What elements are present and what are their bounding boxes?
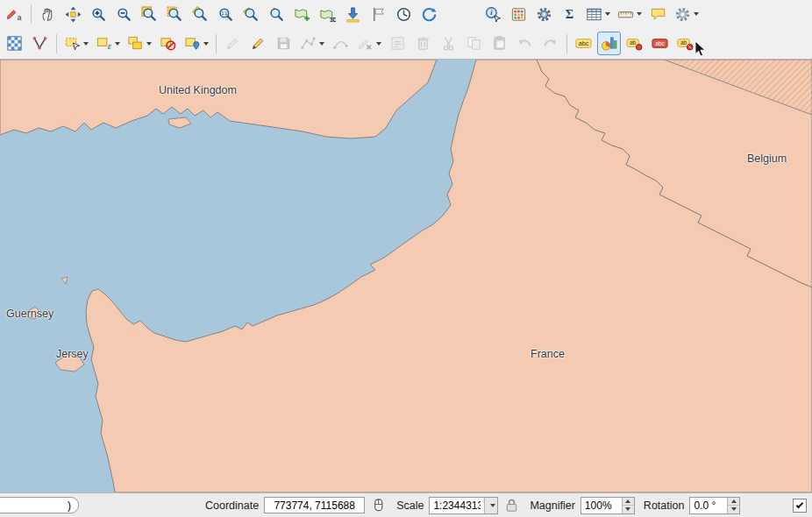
pencil-a-icon: a xyxy=(6,6,23,23)
current-edits-button xyxy=(221,32,245,55)
map-navigation-toolbar: a1:13DiΣ xyxy=(0,0,812,28)
coordinate-input[interactable] xyxy=(264,497,365,513)
zoom-next-button[interactable] xyxy=(265,3,288,26)
web-menu-button[interactable] xyxy=(672,3,702,26)
identify-features-button[interactable]: i xyxy=(481,3,505,26)
table-icon xyxy=(586,6,602,23)
dropdown-caret-icon[interactable] xyxy=(376,42,381,46)
measure-button[interactable] xyxy=(615,3,645,26)
magnifier-input[interactable] xyxy=(581,498,622,513)
statistical-summary-button[interactable] xyxy=(507,3,531,26)
zoom-to-selection-button[interactable] xyxy=(163,3,187,26)
new-map-view-button[interactable] xyxy=(290,3,314,26)
abc-icon: abc xyxy=(575,35,592,52)
modify-icon xyxy=(389,35,406,52)
bubble-icon xyxy=(650,6,666,23)
epsilon-icon: ε xyxy=(96,35,112,52)
identify-icon: i xyxy=(485,6,502,23)
floppy-icon xyxy=(275,35,292,52)
coordinate-label: Coordinate xyxy=(205,499,259,512)
redo-button xyxy=(538,32,562,55)
render-checkbox[interactable] xyxy=(793,499,807,513)
paste-features-button xyxy=(488,32,511,55)
zoom-in-button[interactable] xyxy=(87,3,110,26)
map-canvas[interactable]: United Kingdom Belgium Guernsey Jersey F… xyxy=(0,60,812,492)
labeling-options-button[interactable]: abc xyxy=(572,32,595,55)
select-features-button[interactable] xyxy=(61,32,91,55)
svg-text:a: a xyxy=(18,13,22,22)
highlight-pinned-labels-button[interactable]: abc xyxy=(648,32,672,55)
zoom-out-button[interactable] xyxy=(112,3,136,26)
zoom-full-button[interactable] xyxy=(138,3,161,26)
vertex-checker-button[interactable] xyxy=(3,32,26,55)
zoom-native-button[interactable]: 1:1 xyxy=(214,3,238,26)
select-by-location-button[interactable] xyxy=(182,32,211,55)
rotation-down-button[interactable] xyxy=(728,506,739,513)
rotation-up-button[interactable] xyxy=(728,498,739,506)
pan-map-button[interactable] xyxy=(36,3,60,26)
processing-toolbox-button[interactable] xyxy=(532,3,556,26)
select-by-expression-button[interactable]: ε xyxy=(93,32,123,55)
pan-to-selection-button[interactable] xyxy=(61,3,85,26)
svg-text:abc: abc xyxy=(579,40,589,47)
dropdown-caret-icon[interactable] xyxy=(203,42,209,46)
gear-gray-icon xyxy=(674,6,691,23)
dropdown-caret-icon[interactable] xyxy=(637,12,642,16)
curve-icon xyxy=(332,35,349,52)
mouse-position-icon[interactable] xyxy=(370,497,388,514)
rotation-input[interactable] xyxy=(690,498,727,513)
pin-labels-button[interactable]: ab xyxy=(623,32,646,55)
toolbar-separator xyxy=(216,34,217,53)
map-tips-button[interactable] xyxy=(646,3,670,26)
magnifier-spinbox[interactable] xyxy=(581,497,635,514)
dropdown-caret-icon[interactable] xyxy=(319,42,324,46)
show-statistics-button[interactable]: Σ xyxy=(558,3,581,26)
zoom-to-layer-button[interactable] xyxy=(189,3,212,26)
modify-attributes-button xyxy=(386,32,410,55)
vertex-tool-button[interactable] xyxy=(28,32,52,55)
magnifier-up-button[interactable] xyxy=(623,498,634,506)
locator-input[interactable] xyxy=(0,497,79,513)
vee-icon xyxy=(32,35,48,52)
toggle-editing-button[interactable] xyxy=(246,32,270,55)
pencil-gray-icon xyxy=(224,35,241,52)
rotation-spinbox[interactable] xyxy=(689,497,740,514)
svg-text:ab: ab xyxy=(630,39,637,46)
toolbar-separator xyxy=(31,4,32,24)
data-source-manager-button[interactable] xyxy=(341,3,365,26)
zoom-out-icon xyxy=(116,6,132,23)
digitize-curve-button xyxy=(329,32,353,55)
zoom-last-button[interactable] xyxy=(239,3,263,26)
scale-combo[interactable] xyxy=(429,497,498,514)
style-pencil-button[interactable]: a xyxy=(3,3,26,26)
redo-icon xyxy=(542,35,559,52)
ruler-icon xyxy=(617,6,634,23)
magnifier-down-button[interactable] xyxy=(623,506,634,513)
scale-input[interactable] xyxy=(430,498,484,513)
diagram-options-button[interactable] xyxy=(597,32,621,55)
dropdown-caret-icon[interactable] xyxy=(83,42,89,46)
dropdown-caret-icon[interactable] xyxy=(146,42,152,46)
scale-dropdown-button[interactable] xyxy=(484,498,497,513)
digitize-icon xyxy=(300,35,317,52)
fixgeom-icon xyxy=(357,35,374,52)
select-all-button[interactable] xyxy=(125,32,154,55)
map-new-icon xyxy=(294,6,310,23)
save-edits-button xyxy=(272,32,296,55)
temporal-controller-button[interactable] xyxy=(392,3,416,26)
ab-pin2-icon: ab xyxy=(677,35,694,52)
svg-text:3D: 3D xyxy=(330,17,336,23)
lock-icon[interactable] xyxy=(503,497,521,514)
deselect-features-button[interactable] xyxy=(156,32,180,55)
zoom-selection-icon xyxy=(167,6,183,23)
dropdown-caret-icon[interactable] xyxy=(115,42,120,46)
new-3d-map-view-button[interactable]: 3D xyxy=(316,3,339,26)
dropdown-caret-icon[interactable] xyxy=(694,12,699,16)
zoom-next-icon xyxy=(268,6,285,23)
attribute-table-button[interactable] xyxy=(583,3,613,26)
dropdown-caret-icon[interactable] xyxy=(605,12,610,16)
temporal-flag-button[interactable] xyxy=(367,3,390,26)
move-label-button[interactable]: ab xyxy=(673,32,697,55)
zoom-layer-icon xyxy=(192,6,209,23)
refresh-map-button[interactable] xyxy=(417,3,441,26)
